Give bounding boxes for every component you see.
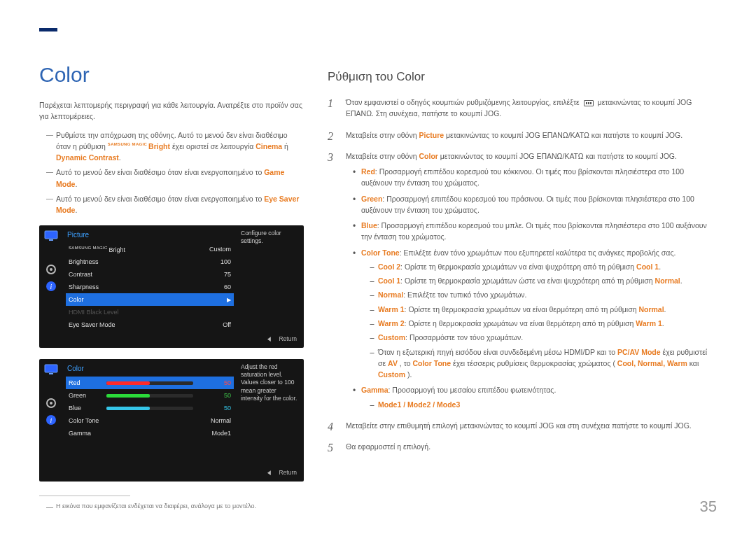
spacer-icon: [43, 380, 59, 393]
info-icon: i: [43, 414, 59, 426]
em: Cool, Normal, Warm: [617, 359, 687, 367]
colortone-sublist: Cool 2: Ορίστε τη θερμοκρασία χρωμάτων ν…: [361, 261, 717, 380]
bullet-blue: Blue: Προσαρμογή επιπέδου κορεσμού του μ…: [353, 220, 717, 243]
osd-return[interactable]: ◀Return: [39, 466, 304, 477]
monitor-icon: [43, 230, 59, 242]
monitor-icon: [43, 363, 59, 376]
note-text: .: [75, 180, 77, 188]
note-text: Αυτό το μενού δεν είναι διαθέσιμο όταν ε…: [56, 195, 264, 203]
step-text: μετακινώντας το κουμπί JOG ΕΠΑΝΩ/ΚΑΤΩ κα…: [446, 131, 682, 139]
intro-paragraph: Παρέχεται λεπτομερής περιγραφή για κάθε …: [39, 99, 304, 122]
bullet-green: Green: Προσαρμογή επιπέδου κορεσμού του …: [353, 193, 717, 216]
txt: , το: [400, 359, 413, 367]
footnote-rule: [39, 496, 130, 496]
osd-row-red-selected[interactable]: Red 50: [66, 377, 234, 389]
osd-row-sharpness[interactable]: Sharpness 60: [66, 281, 234, 293]
sub-warm1: Warm 1: Ορίστε τη θερμοκρασία χρωμάτων ν…: [370, 304, 717, 315]
magic-bright: Bright: [148, 142, 170, 150]
sub-normal: Normal: Επιλέξτε τον τυπικό τόνο χρωμάτω…: [370, 289, 717, 300]
chevron-right-icon: ▶: [199, 297, 231, 303]
cinema-em: Cinema: [255, 142, 282, 150]
osd-label: Brightness: [69, 258, 199, 265]
osd-value: 100: [199, 258, 231, 265]
sub-cool2: Cool 2: Ορίστε τη θερμοκρασία χρωμάτων ν…: [370, 261, 717, 272]
magic-label: Bright: [109, 246, 126, 253]
em: Custom: [378, 333, 405, 342]
osd-return-label: Return: [279, 469, 297, 476]
txt: : Επιλέξτε τον τυπικό τόνο χρωμάτων.: [403, 290, 526, 299]
em: PC/AV Mode: [617, 348, 661, 356]
osd-title: Color: [66, 363, 234, 377]
em: AV: [388, 359, 398, 367]
step-3: Μεταβείτε στην οθόνη Color μετακινώντας …: [328, 150, 717, 410]
osd-value: 50: [199, 405, 231, 412]
step-4: Μεταβείτε στην επιθυμητή επιλογή μετακιν…: [328, 420, 717, 431]
step-text: Όταν εμφανιστεί ο οδηγός κουμπιών ρυθμιζ…: [346, 98, 582, 106]
osd-row-green[interactable]: Green 50: [66, 389, 234, 402]
step-text: μετακινώντας το κουμπί JOG ΕΠΑΝΩ/ΚΑΤΩ κα…: [440, 152, 677, 160]
osd-center: Picture SAMSUNG MAGICBright Custom Brigh…: [63, 225, 237, 332]
slider-green[interactable]: [106, 394, 193, 398]
note-text: .: [75, 206, 77, 214]
step-text: Μεταβείτε στην οθόνη: [346, 131, 419, 139]
gear-icon: [43, 397, 59, 409]
osd-sidebar-icons: i: [39, 225, 63, 332]
note-item: Αυτό το μενού δεν είναι διαθέσιμο όταν ε…: [46, 167, 304, 190]
svg-text:i: i: [50, 416, 52, 424]
txt: : Ορίστε τη θερμοκρασία χρωμάτων να είνα…: [405, 305, 639, 314]
note-text: Αυτό το μενού δεν είναι διαθέσιμο όταν ε…: [56, 168, 264, 176]
osd-return[interactable]: ◀Return: [39, 332, 304, 344]
em: Cool 1: [636, 262, 659, 271]
txt: : Ορίστε τη θερμοκρασία χρωμάτων ώστε να…: [400, 276, 654, 285]
txt: : Ορίστε η θερμοκρασία χρωμάτων να είναι…: [405, 319, 636, 328]
osd-value: 60: [199, 283, 231, 290]
osd-label: Sharpness: [69, 283, 199, 290]
gamma-sublist: Mode1 / Mode2 / Mode3: [361, 399, 717, 410]
em: Warm 1: [636, 319, 662, 328]
osd-row-colortone[interactable]: Color Tone Normal: [66, 414, 234, 427]
txt: και: [690, 359, 699, 367]
note-item: Αυτό το μενού δεν είναι διαθέσιμο όταν ε…: [46, 193, 304, 216]
osd-value: Normal: [199, 417, 231, 424]
bullet-red: Red: Προσαρμογή επιπέδου κορεσμού του κό…: [353, 166, 717, 189]
spacer-icon: [43, 246, 59, 259]
osd-label: Gamma: [69, 430, 199, 437]
txt: : Επιλέξτε έναν τόνο χρωμάτων που εξυπηρ…: [400, 248, 676, 257]
sub-modes: Mode1 / Mode2 / Mode3: [370, 399, 717, 410]
em: Color Tone: [412, 359, 451, 367]
em: Color Tone: [361, 248, 400, 257]
txt: Όταν η εξωτερική πηγή εισόδου είναι συνδ…: [378, 348, 617, 356]
note-text: ή: [284, 142, 288, 150]
svg-text:i: i: [50, 283, 52, 290]
note-text: έχει οριστεί σε λειτουργία: [172, 142, 255, 150]
osd-hint: Adjust the red saturation level. Values …: [237, 359, 304, 466]
left-column: Color Παρέχεται λεπτομερής περιγραφή για…: [39, 49, 304, 515]
svg-rect-1: [49, 239, 53, 241]
slider-red[interactable]: [106, 381, 193, 385]
magic-prefix: SAMSUNG MAGIC: [108, 142, 147, 146]
em: Warm 1: [378, 305, 405, 314]
sub-pcav-note: Όταν η εξωτερική πηγή εισόδου είναι συνδ…: [370, 346, 717, 381]
svg-rect-6: [45, 365, 57, 372]
txt: έχει τέσσερις ρυθμίσεις θερμοκρασίας χρώ…: [453, 359, 615, 367]
osd-row-brightness[interactable]: Brightness 100: [66, 255, 234, 268]
slider-blue[interactable]: [106, 407, 193, 410]
osd-row-contrast[interactable]: Contrast 75: [66, 268, 234, 281]
osd-hint: Configure color settings.: [237, 225, 304, 332]
osd-value: Custom: [199, 246, 231, 253]
step-1: Όταν εμφανιστεί ο οδηγός κουμπιών ρυθμιζ…: [328, 97, 717, 120]
osd-row-blue[interactable]: Blue 50: [66, 402, 234, 414]
osd-label: SAMSUNG MAGICBright: [69, 246, 199, 253]
osd-row-eyesaver[interactable]: Eye Saver Mode Off: [66, 318, 234, 331]
osd-row-magicbright[interactable]: SAMSUNG MAGICBright Custom: [66, 243, 234, 255]
footnote: Η εικόνα που εμφανίζεται ενδέχεται να δι…: [46, 502, 304, 512]
sub-warm2: Warm 2: Ορίστε η θερμοκρασία χρωμάτων να…: [370, 318, 717, 329]
osd-label: Color Tone: [69, 417, 199, 424]
osd-row-color-selected[interactable]: Color ▶: [66, 293, 234, 306]
osd-value: 75: [199, 271, 231, 278]
osd-row-gamma[interactable]: Gamma Mode1: [66, 427, 234, 440]
osd-label: Blue: [69, 405, 101, 412]
page: Color Παρέχεται λεπτομερής περιγραφή για…: [0, 0, 756, 534]
em: Custom: [378, 370, 405, 379]
right-column: Ρύθμιση του Color Όταν εμφανιστεί ο οδηγ…: [328, 49, 717, 515]
